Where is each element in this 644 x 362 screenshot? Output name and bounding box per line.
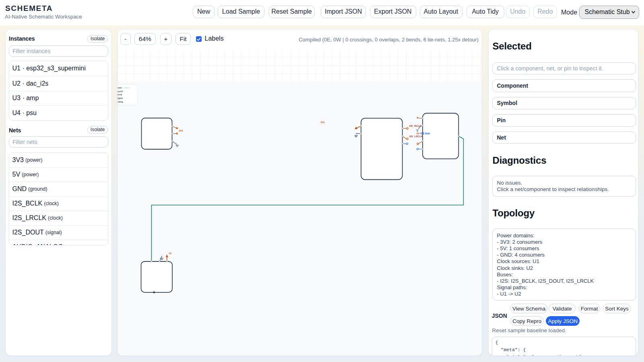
svg-text:3V3: 3V3 <box>179 129 183 132</box>
svg-text:analog: analog <box>118 101 123 103</box>
svg-text:signal: signal <box>118 97 123 99</box>
svg-text:power: power <box>118 86 122 88</box>
svg-text:ground: ground <box>118 90 123 92</box>
svg-text:I2S_LRCLK: I2S_LRCLK <box>409 135 423 138</box>
svg-text:5V: 5V <box>169 252 172 254</box>
svg-text:I2S bus: I2S bus <box>421 132 430 135</box>
svg-text:I2S_BCLK: I2S_BCLK <box>409 124 421 127</box>
svg-text:3V3: 3V3 <box>321 121 325 123</box>
svg-text:chain: chain <box>124 86 130 88</box>
svg-text:clock: clock <box>118 93 122 96</box>
